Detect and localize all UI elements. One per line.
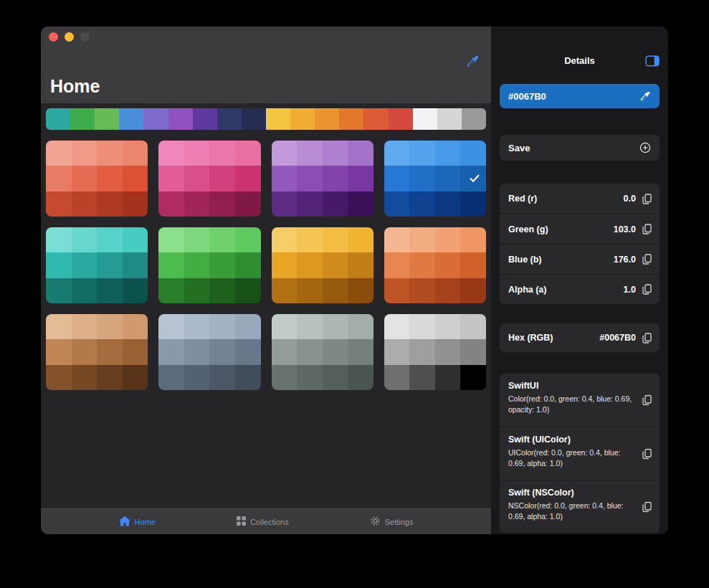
color-swatch[interactable] [209,252,235,278]
strip-color[interactable] [46,108,70,130]
color-swatch[interactable] [123,365,148,390]
color-swatch[interactable] [46,278,72,303]
color-swatch[interactable] [158,227,184,252]
color-swatch[interactable] [46,166,72,191]
color-swatch[interactable] [435,141,461,166]
color-swatch[interactable] [460,227,486,252]
color-swatch[interactable] [123,339,148,364]
color-swatch[interactable] [209,191,235,217]
save-row[interactable]: Save [500,135,660,161]
color-swatch[interactable] [209,365,235,390]
strip-color[interactable] [168,108,193,130]
color-swatch[interactable] [348,141,373,166]
color-swatch[interactable] [235,252,261,278]
color-swatch[interactable] [435,166,461,191]
copy-icon[interactable] [642,448,652,459]
color-swatch[interactable] [384,166,410,191]
color-swatch[interactable] [323,365,348,390]
color-swatch[interactable] [297,191,323,217]
color-swatch[interactable] [272,227,298,252]
color-swatch[interactable] [72,252,97,278]
color-swatch[interactable] [46,339,72,364]
copy-icon[interactable] [642,395,652,406]
color-swatch[interactable] [460,252,486,278]
color-swatch[interactable] [184,365,210,390]
color-swatch[interactable] [435,227,461,252]
color-swatch[interactable] [384,252,410,278]
color-swatch[interactable] [348,365,373,390]
color-swatch[interactable] [123,191,148,217]
color-swatch[interactable] [348,252,373,278]
color-swatch[interactable] [209,141,235,166]
copy-icon[interactable] [642,194,652,204]
copy-icon[interactable] [642,333,652,343]
palette-card-amber[interactable] [272,227,373,303]
color-swatch[interactable] [209,227,235,252]
color-swatch[interactable] [460,191,486,217]
strip-color[interactable] [95,108,119,130]
copy-icon[interactable] [642,284,652,295]
color-swatch[interactable] [297,166,323,191]
color-swatch[interactable] [409,365,435,390]
plus-circle-icon[interactable] [639,142,651,153]
palette-card-brown[interactable] [46,314,148,390]
color-swatch[interactable] [158,191,184,217]
color-swatch[interactable] [97,141,123,166]
palette-card-green[interactable] [158,227,260,303]
color-swatch[interactable] [158,339,184,364]
color-swatch[interactable] [123,314,148,339]
strip-color[interactable] [315,108,339,130]
color-swatch[interactable] [184,252,210,278]
color-swatch[interactable] [323,227,348,252]
color-swatch[interactable] [235,227,261,252]
color-swatch[interactable] [184,339,210,364]
color-swatch[interactable] [209,314,235,339]
color-swatch[interactable] [97,314,123,339]
color-swatch[interactable] [409,227,435,252]
color-swatch[interactable] [384,365,410,390]
color-swatch[interactable] [297,339,323,364]
tab-collections[interactable]: Collections [237,516,289,527]
color-swatch[interactable] [297,141,323,166]
color-swatch[interactable] [123,252,148,278]
color-swatch[interactable] [435,339,461,364]
color-swatch[interactable] [323,278,348,303]
strip-color[interactable] [462,108,486,130]
color-swatch[interactable] [209,339,235,364]
close-window-button[interactable] [49,32,58,42]
color-swatch[interactable] [235,278,261,303]
color-swatch[interactable] [235,166,261,191]
color-swatch[interactable] [348,191,373,217]
color-swatch[interactable] [297,365,323,390]
color-swatch[interactable] [72,365,97,390]
eyedropper-icon[interactable] [640,91,651,102]
save-button[interactable]: Save [508,143,530,153]
color-swatch[interactable] [409,166,435,191]
color-swatch[interactable] [72,278,97,303]
color-swatch[interactable] [97,191,123,217]
color-swatch[interactable] [272,365,298,390]
color-swatch[interactable] [460,278,486,303]
zoom-window-button[interactable] [80,32,90,42]
color-swatch[interactable] [46,252,72,278]
color-swatch[interactable] [460,141,486,166]
color-swatch[interactable] [384,141,410,166]
color-swatch[interactable] [184,141,210,166]
color-swatch[interactable] [72,191,97,217]
strip-color[interactable] [413,108,437,130]
color-swatch[interactable] [123,227,148,252]
toggle-sidebar-icon[interactable] [645,55,660,67]
color-swatch[interactable] [97,339,123,364]
color-swatch[interactable] [46,141,72,166]
copy-icon[interactable] [642,501,652,512]
strip-color[interactable] [437,108,462,130]
color-swatch[interactable] [235,191,261,217]
strip-color[interactable] [217,108,242,130]
color-swatch[interactable] [297,314,323,339]
color-swatch[interactable] [184,227,210,252]
color-swatch[interactable] [272,252,298,278]
color-swatch[interactable] [323,314,348,339]
color-swatch[interactable] [97,365,123,390]
tab-home[interactable]: Home [119,516,156,528]
color-swatch[interactable] [384,314,410,339]
